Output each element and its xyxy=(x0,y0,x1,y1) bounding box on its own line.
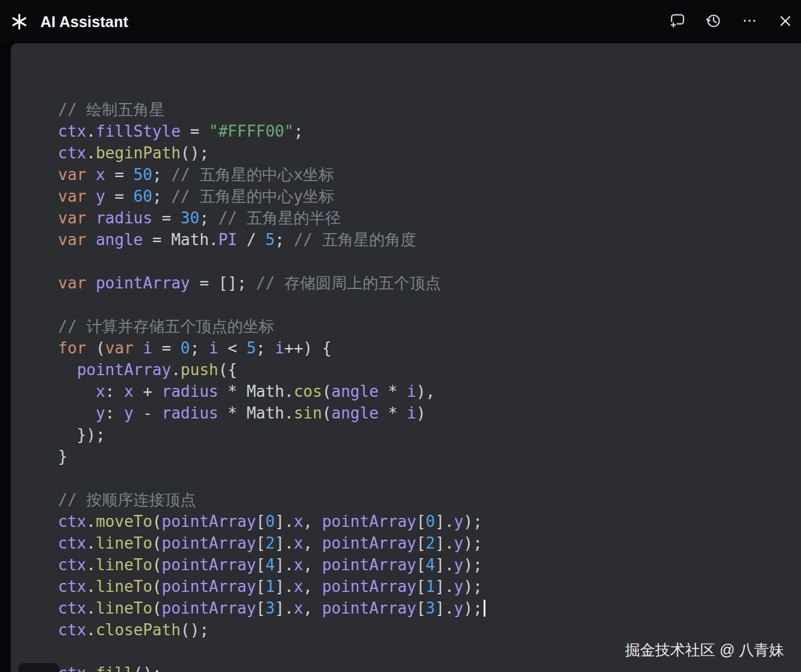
code-token: i xyxy=(407,404,417,422)
code-line[interactable]: // 按顺序连接顶点 xyxy=(39,489,801,511)
code-token: lineTo xyxy=(96,577,152,596)
code-line[interactable]: for (var i = 0; i < 5; i++) { xyxy=(39,337,801,359)
code-token: ); xyxy=(463,512,482,530)
code-token: lineTo xyxy=(96,556,152,574)
code-token: * xyxy=(218,382,246,400)
code-token: . xyxy=(86,144,96,162)
code-token: < xyxy=(218,339,246,357)
code-token: ); xyxy=(463,599,482,617)
history-button[interactable] xyxy=(702,11,724,33)
code-line[interactable]: ctx.fillStyle = "#FFFF00"; xyxy=(39,120,801,142)
code-line[interactable]: ctx.lineTo(pointArray[3].x, pointArray[3… xyxy=(39,597,801,619)
code-line[interactable]: x: x + radius * Math.cos(angle * i), xyxy=(39,381,801,402)
code-token: pointArray xyxy=(322,599,417,617)
code-token: 60 xyxy=(134,187,152,205)
code-token: / xyxy=(237,231,266,249)
code-token xyxy=(39,166,58,184)
code-token: ]. xyxy=(435,556,454,574)
code-token: ctx xyxy=(58,599,86,617)
code-token: , xyxy=(303,512,322,530)
code-line[interactable]: ctx.lineTo(pointArray[1].x, pointArray[1… xyxy=(39,576,801,597)
code-token: pointArray xyxy=(322,512,417,530)
code-token: . xyxy=(86,599,96,617)
code-line[interactable]: pointArray.push({ xyxy=(39,359,801,381)
code-token: . xyxy=(209,231,219,249)
code-token: = xyxy=(181,122,209,140)
code-line[interactable]: ctx.moveTo(pointArray[0].x, pointArray[0… xyxy=(39,511,801,532)
code-token: // 存储圆周上的五个顶点 xyxy=(256,274,441,292)
code-token: . xyxy=(86,556,96,574)
code-token: }); xyxy=(39,426,105,444)
code-line[interactable] xyxy=(39,467,801,489)
code-line[interactable]: var radius = 30; // 五角星的半径 xyxy=(39,207,801,229)
code-token: . xyxy=(284,382,294,400)
code-token: 4 xyxy=(266,556,275,574)
code-line[interactable]: // 绘制五角星 xyxy=(39,99,801,120)
code-line[interactable]: var x = 50; // 五角星的中心x坐标 xyxy=(39,164,801,185)
code-token: i xyxy=(143,339,152,357)
code-token xyxy=(39,599,58,617)
code-line[interactable]: ctx.lineTo(pointArray[2].x, pointArray[2… xyxy=(39,532,801,554)
code-token: pointArray xyxy=(162,512,257,530)
code-token: ]. xyxy=(275,534,293,552)
close-button[interactable] xyxy=(775,11,796,33)
code-token: radius xyxy=(96,209,152,227)
text-caret xyxy=(484,600,485,617)
code-line[interactable]: ctx.beginPath(); xyxy=(39,142,801,164)
code-token xyxy=(39,122,58,140)
new-chat-button[interactable] xyxy=(666,11,688,33)
code-line[interactable]: ctx.closePath(); xyxy=(39,619,801,641)
code-token: x xyxy=(124,382,134,400)
code-token: 3 xyxy=(266,599,275,617)
code-token: // 五角星的角度 xyxy=(294,231,416,249)
code-token xyxy=(39,577,58,596)
code-line[interactable]: ctx.lineTo(pointArray[4].x, pointArray[4… xyxy=(39,554,801,576)
code-line[interactable] xyxy=(39,250,801,272)
code-token: : xyxy=(105,404,124,422)
code-token: var xyxy=(58,274,86,292)
code-line[interactable]: ctx.fill(); xyxy=(39,662,801,672)
code-token: ( xyxy=(322,382,332,400)
partial-bottom-element xyxy=(18,663,59,672)
code-token: [ xyxy=(416,512,426,530)
code-line[interactable]: }); xyxy=(39,424,801,446)
code-token: var xyxy=(58,187,86,205)
code-token: = xyxy=(105,166,134,184)
code-line[interactable]: var y = 60; // 五角星的中心y坐标 xyxy=(39,185,801,207)
more-options-button[interactable] xyxy=(738,11,760,33)
code-token: i xyxy=(209,339,219,357)
code-token: ( xyxy=(152,577,162,596)
code-line[interactable]: var pointArray = []; // 存储圆周上的五个顶点 xyxy=(39,272,801,294)
code-token: radius xyxy=(162,382,219,400)
code-token: [ xyxy=(416,599,426,617)
code-token: . xyxy=(86,534,96,552)
code-token: 5 xyxy=(266,231,275,249)
code-token: var xyxy=(58,209,86,227)
code-line[interactable]: } xyxy=(39,446,801,467)
code-token: [ xyxy=(256,512,266,530)
code-line[interactable]: // 计算并存储五个顶点的坐标 xyxy=(39,316,801,337)
code-token: // 绘制五角星 xyxy=(58,101,164,119)
code-token xyxy=(134,339,143,357)
code-line[interactable]: y: y - radius * Math.sin(angle * i) xyxy=(39,402,801,424)
code-line[interactable]: var angle = Math.PI / 5; // 五角星的角度 xyxy=(39,229,801,250)
code-editor-panel[interactable]: // 绘制五角星 ctx.fillStyle = "#FFFF00"; ctx.… xyxy=(11,43,801,672)
code-token: moveTo xyxy=(96,512,152,530)
code-token: // 计算并存储五个顶点的坐标 xyxy=(58,317,274,335)
code-token xyxy=(39,491,58,509)
code-token xyxy=(86,231,96,249)
code-token: 0 xyxy=(181,339,190,357)
code-token: closePath xyxy=(96,621,181,639)
code-token: . xyxy=(284,404,294,422)
code-line[interactable] xyxy=(39,294,801,316)
code-token: pointArray xyxy=(162,556,257,574)
code-token: ( xyxy=(152,534,162,552)
code-token: . xyxy=(86,512,96,530)
code-token: ); xyxy=(463,534,482,552)
code-token: y xyxy=(96,404,105,422)
code-token: ); xyxy=(463,556,482,574)
code-token: * xyxy=(218,404,246,422)
code-token: ctx xyxy=(58,122,86,140)
code-token xyxy=(39,101,58,119)
code-token: ; xyxy=(152,187,171,205)
